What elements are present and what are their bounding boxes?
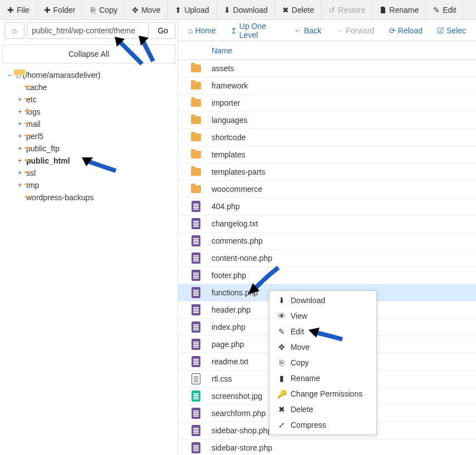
tree-item-etc[interactable]: +etc bbox=[7, 93, 173, 106]
rename-button[interactable]: Rename bbox=[372, 0, 426, 20]
tree-item-tmp[interactable]: +tmp bbox=[7, 179, 173, 191]
code-file-icon bbox=[192, 442, 200, 453]
file-name: sidebar-shop.php bbox=[209, 426, 272, 435]
file-name: content-none.php bbox=[209, 254, 272, 263]
nav-bar: ⌂Home ↥Up One Level ←Back →Forward ⟳Relo… bbox=[178, 20, 476, 41]
file-row[interactable]: changelog.txt bbox=[178, 215, 476, 233]
code-file-icon bbox=[192, 235, 200, 246]
file-name: footer.php bbox=[209, 271, 246, 280]
copy-button[interactable]: ⎘Copy bbox=[82, 0, 125, 20]
collapse-icon[interactable]: − bbox=[7, 71, 13, 79]
edit-button[interactable]: ✎Edit bbox=[426, 0, 463, 20]
ctx-compress[interactable]: ⤢Compress bbox=[269, 417, 376, 433]
check-icon: ☑ bbox=[437, 26, 444, 35]
home-path-button[interactable]: ⌂ bbox=[4, 22, 24, 39]
upload-icon: ⬆ bbox=[174, 6, 182, 14]
tree-item-ssl[interactable]: +ssl bbox=[7, 167, 173, 179]
tree-item-perl5[interactable]: +perl5 bbox=[7, 130, 173, 142]
folder-icon bbox=[191, 185, 201, 193]
expand-icon[interactable]: + bbox=[17, 169, 23, 177]
file-row[interactable]: comments.php bbox=[178, 233, 476, 250]
expand-icon[interactable]: + bbox=[17, 181, 23, 189]
nav-up-label: Up One Level bbox=[239, 22, 279, 39]
expand-icon[interactable]: + bbox=[17, 96, 23, 103]
file-row[interactable]: templates-parts bbox=[178, 164, 476, 181]
tree-root[interactable]: − ⌂ (/home/amarasdeliver) bbox=[7, 69, 173, 81]
nav-select[interactable]: ☑Selec bbox=[431, 22, 472, 39]
file-row[interactable]: assets bbox=[178, 60, 476, 77]
nav-back[interactable]: ←Back bbox=[288, 22, 327, 39]
expand-icon[interactable]: + bbox=[17, 108, 23, 116]
file-row[interactable]: content-none.php bbox=[178, 250, 476, 267]
download-button[interactable]: ⬇Download bbox=[217, 0, 275, 20]
column-header-name[interactable]: Name bbox=[178, 41, 476, 60]
ctx-download[interactable]: ⬇Download bbox=[269, 293, 376, 308]
file-row[interactable]: framework bbox=[178, 77, 476, 95]
upload-button[interactable]: ⬆Upload bbox=[168, 0, 216, 20]
folder-tree: − ⌂ (/home/amarasdeliver) cache+etc+logs… bbox=[0, 69, 178, 208]
delete-label: Delete bbox=[292, 6, 314, 14]
file-row[interactable]: shortcode bbox=[178, 129, 476, 146]
ctx-edit[interactable]: ✎Edit bbox=[269, 324, 376, 339]
tree-item-mail[interactable]: +mail bbox=[7, 118, 173, 130]
nav-reload[interactable]: ⟳Reload bbox=[384, 22, 428, 39]
eye-icon: 👁 bbox=[277, 311, 286, 320]
tree-item-public_html[interactable]: +public_html bbox=[7, 155, 173, 167]
file-name: framework bbox=[209, 81, 248, 90]
file-row[interactable]: templates bbox=[178, 146, 476, 164]
ctx-perms[interactable]: 🔑Change Permissions bbox=[269, 386, 376, 402]
nav-select-label: Selec bbox=[446, 26, 466, 35]
nav-home-label: Home bbox=[195, 26, 215, 35]
file-row[interactable]: importer bbox=[178, 95, 476, 112]
ctx-move[interactable]: ✥Move bbox=[269, 339, 376, 355]
folder-icon bbox=[191, 133, 201, 141]
left-panel: ⌂ Go Collapse All − ⌂ (/home/amarasdeliv… bbox=[0, 20, 178, 455]
main-area: ⌂ Go Collapse All − ⌂ (/home/amarasdeliv… bbox=[0, 20, 476, 455]
file-row[interactable]: footer.php bbox=[178, 267, 476, 284]
file-row[interactable]: languages bbox=[178, 112, 476, 129]
tree-item-label: ssl bbox=[26, 169, 36, 177]
file-button[interactable]: ✚File bbox=[0, 0, 37, 20]
go-button[interactable]: Go bbox=[151, 22, 175, 39]
delete-icon: ✖ bbox=[282, 6, 289, 14]
ctx-view[interactable]: 👁View bbox=[269, 308, 376, 324]
tree-item-logs[interactable]: +logs bbox=[7, 106, 173, 118]
expand-icon[interactable]: + bbox=[17, 157, 23, 165]
file-row[interactable]: sidebar-store.php bbox=[178, 439, 476, 455]
tree-item-cache[interactable]: cache bbox=[7, 81, 173, 93]
expand-icon[interactable]: + bbox=[17, 145, 23, 152]
move-button[interactable]: ✥Move bbox=[125, 0, 168, 20]
tree-item-wordpress-backups[interactable]: wordpress-backups bbox=[7, 191, 173, 204]
tree-item-label: public_html bbox=[26, 156, 70, 165]
nav-up[interactable]: ↥Up One Level bbox=[225, 22, 285, 39]
ctx-rename[interactable]: ▮Rename bbox=[269, 370, 376, 386]
ctx-copy[interactable]: ⎘Copy bbox=[269, 355, 376, 370]
nav-back-label: Back bbox=[304, 26, 321, 35]
code-file-icon bbox=[192, 304, 200, 315]
file-name: rtl.css bbox=[209, 374, 232, 383]
file-row[interactable]: 404.php bbox=[178, 198, 476, 215]
download-label: Download bbox=[233, 6, 268, 14]
pencil-icon: ✎ bbox=[433, 6, 440, 14]
copy-label: Copy bbox=[99, 6, 117, 14]
folder-icon bbox=[191, 82, 201, 90]
tree-item-public_ftp[interactable]: +public_ftp bbox=[7, 142, 173, 155]
tree-item-label: mail bbox=[26, 120, 41, 128]
file-row[interactable]: woocommerce bbox=[178, 181, 476, 198]
tree-item-label: perl5 bbox=[26, 132, 43, 141]
path-input[interactable] bbox=[27, 22, 149, 39]
file-name: index.php bbox=[209, 323, 246, 332]
ctx-delete[interactable]: ✖Delete bbox=[269, 402, 376, 417]
delete-button[interactable]: ✖Delete bbox=[275, 0, 321, 20]
folder-button[interactable]: ✚Folder bbox=[37, 0, 83, 20]
nav-forward[interactable]: →Forward bbox=[330, 22, 380, 39]
expand-icon[interactable]: + bbox=[17, 120, 23, 128]
image-file-icon bbox=[192, 390, 200, 402]
restore-button[interactable]: ↺Restore bbox=[321, 0, 372, 20]
collapse-all-button[interactable]: Collapse All bbox=[2, 44, 175, 63]
expand-icon[interactable]: + bbox=[17, 132, 23, 140]
nav-home[interactable]: ⌂Home bbox=[183, 22, 222, 39]
code-file-icon bbox=[192, 287, 200, 298]
rename-label: Rename bbox=[389, 6, 419, 14]
file-name: woocommerce bbox=[209, 185, 262, 194]
